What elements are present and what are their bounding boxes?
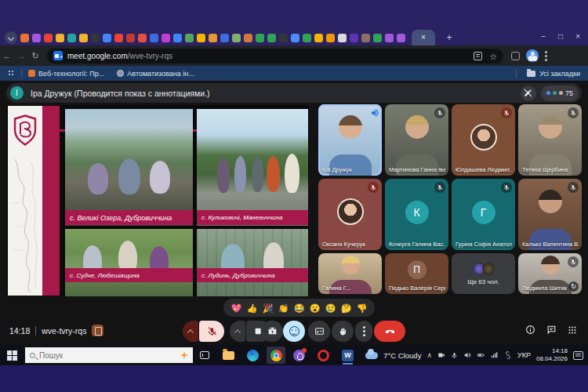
tab-favicon[interactable] bbox=[185, 34, 194, 42]
raise-hand-button[interactable] bbox=[332, 321, 354, 342]
participant-tile[interactable]: Людмила Шитик bbox=[518, 253, 582, 294]
reaction-cry[interactable]: 😢 bbox=[325, 302, 336, 314]
tab-favicon[interactable] bbox=[361, 34, 370, 42]
taskbar-clock[interactable]: 14:18 08.04.2026 bbox=[536, 347, 568, 363]
opera-icon[interactable] bbox=[318, 350, 329, 361]
participant-tile[interactable]: Іра Дружук bbox=[318, 104, 382, 176]
tray-expand-chevron[interactable] bbox=[426, 351, 432, 359]
task-view-icon[interactable] bbox=[200, 351, 209, 359]
edge-icon[interactable] bbox=[247, 350, 259, 361]
annotation-off-button[interactable] bbox=[521, 85, 536, 101]
apps-grid-icon[interactable] bbox=[8, 70, 15, 77]
start-button[interactable] bbox=[7, 350, 17, 361]
tab-favicon[interactable] bbox=[114, 34, 123, 42]
taskbar-search[interactable] bbox=[25, 347, 193, 363]
tab-favicon[interactable] bbox=[256, 34, 264, 42]
tab-favicon[interactable] bbox=[56, 34, 64, 42]
battery-tray-icon[interactable] bbox=[477, 351, 485, 359]
participant-tile[interactable]: Калько Валентина В... bbox=[518, 179, 582, 250]
chrome-icon[interactable] bbox=[270, 350, 282, 361]
reaction-thumbs-down[interactable]: 👎 bbox=[356, 302, 368, 314]
file-explorer-icon[interactable] bbox=[223, 351, 234, 360]
tab-favicon[interactable] bbox=[373, 34, 382, 42]
reaction-party[interactable]: 🎉 bbox=[262, 302, 274, 314]
tab-favicon[interactable] bbox=[32, 34, 41, 42]
chat-icon[interactable] bbox=[546, 325, 557, 335]
tab-favicon[interactable] bbox=[138, 34, 147, 42]
link-tray-icon[interactable] bbox=[504, 351, 512, 359]
tab-favicon[interactable] bbox=[267, 34, 276, 42]
bookmark-star-icon[interactable] bbox=[489, 49, 497, 63]
active-tab[interactable] bbox=[412, 30, 435, 45]
bookmark-item[interactable]: Веб-технології: Пр... bbox=[28, 70, 104, 78]
camera-options-chevron[interactable] bbox=[230, 321, 245, 342]
reaction-thinking[interactable]: 🤔 bbox=[340, 302, 352, 314]
tab-favicon[interactable] bbox=[79, 34, 88, 42]
tab-favicon[interactable] bbox=[291, 34, 299, 42]
bookmark-item[interactable]: Автоматизована ін... bbox=[117, 70, 194, 78]
tab-favicon[interactable] bbox=[103, 34, 111, 42]
mic-muted-button[interactable] bbox=[199, 321, 224, 342]
address-bar[interactable]: meet.google.com/wve-tvry-rqs bbox=[47, 49, 503, 64]
word-icon[interactable] bbox=[342, 350, 354, 361]
tab-favicon[interactable] bbox=[126, 34, 135, 42]
reaction-clap[interactable]: 👏 bbox=[278, 302, 289, 314]
tab-favicon[interactable] bbox=[314, 34, 323, 42]
tab-favicon[interactable] bbox=[397, 34, 405, 42]
language-indicator[interactable]: УКР bbox=[517, 351, 531, 359]
tab-favicon[interactable] bbox=[303, 34, 311, 42]
close-window-button[interactable] bbox=[575, 31, 580, 42]
tab-favicon[interactable] bbox=[209, 34, 217, 42]
chrome-active-highlight[interactable] bbox=[267, 347, 285, 364]
participant-tile[interactable]: П Педько Валерія Сергіївна bbox=[385, 253, 448, 294]
mic-tray-icon[interactable] bbox=[451, 351, 458, 359]
tab-favicon[interactable] bbox=[173, 34, 182, 42]
participant-tile[interactable]: Тетяна Щербина bbox=[518, 104, 582, 176]
network-tray-icon[interactable] bbox=[491, 351, 499, 359]
back-button[interactable] bbox=[0, 51, 14, 60]
participant-count[interactable]: 75 bbox=[541, 85, 579, 101]
participant-tile[interactable]: Галина Г... bbox=[318, 253, 382, 294]
tab-favicon[interactable] bbox=[44, 34, 53, 42]
close-tab-icon[interactable] bbox=[421, 34, 426, 42]
reactions-button[interactable] bbox=[283, 321, 305, 342]
participant-tile[interactable]: Оксана Кучерук bbox=[318, 179, 382, 250]
tab-favicon[interactable] bbox=[279, 34, 288, 42]
tab-favicon[interactable] bbox=[20, 34, 29, 42]
forward-button[interactable] bbox=[14, 51, 28, 60]
camera-switch-icon[interactable] bbox=[568, 281, 579, 292]
present-button[interactable] bbox=[261, 321, 283, 342]
captions-button[interactable] bbox=[308, 321, 330, 342]
end-call-button[interactable] bbox=[374, 321, 405, 342]
tab-favicon[interactable] bbox=[338, 34, 347, 42]
tab-favicon[interactable] bbox=[350, 34, 358, 42]
more-options-button[interactable] bbox=[355, 321, 372, 342]
tab-favicon[interactable] bbox=[232, 34, 241, 42]
more-participants-tile[interactable]: Ще 63 чол. bbox=[452, 253, 515, 294]
reaction-laugh[interactable]: 😂 bbox=[293, 302, 305, 314]
new-tab-button[interactable] bbox=[443, 31, 456, 44]
search-input[interactable] bbox=[39, 351, 149, 360]
tab-favicon[interactable] bbox=[220, 34, 229, 42]
reaction-thumbs-up[interactable]: 👍 bbox=[246, 302, 258, 314]
browser-menu-icon[interactable] bbox=[545, 55, 547, 57]
tab-favicon[interactable] bbox=[244, 34, 252, 42]
all-bookmarks-button[interactable]: Усі закладки bbox=[516, 69, 580, 78]
tab-favicon[interactable] bbox=[91, 34, 100, 42]
tab-search-chevron-icon[interactable] bbox=[5, 31, 17, 44]
profile-avatar[interactable] bbox=[526, 49, 539, 62]
participant-tile[interactable]: Г Гуріна Софія Анатол... bbox=[452, 179, 515, 250]
participant-tile[interactable]: Мартинова Ганна Іва... bbox=[385, 104, 448, 176]
minimize-button[interactable] bbox=[541, 31, 546, 42]
notification-center-icon[interactable] bbox=[573, 351, 583, 360]
translate-icon[interactable] bbox=[474, 52, 482, 60]
tab-favicon[interactable] bbox=[197, 34, 205, 42]
tab-favicon[interactable] bbox=[67, 34, 76, 42]
tab-favicon[interactable] bbox=[326, 34, 335, 42]
reload-button[interactable] bbox=[28, 51, 42, 61]
volume-tray-icon[interactable] bbox=[463, 351, 471, 359]
participant-tile[interactable]: Юлдашева Людмил... bbox=[452, 104, 515, 176]
weather-text[interactable]: 7°C Cloudy bbox=[383, 351, 421, 360]
camera-tray-icon[interactable] bbox=[437, 351, 445, 359]
maximize-button[interactable] bbox=[558, 31, 563, 42]
